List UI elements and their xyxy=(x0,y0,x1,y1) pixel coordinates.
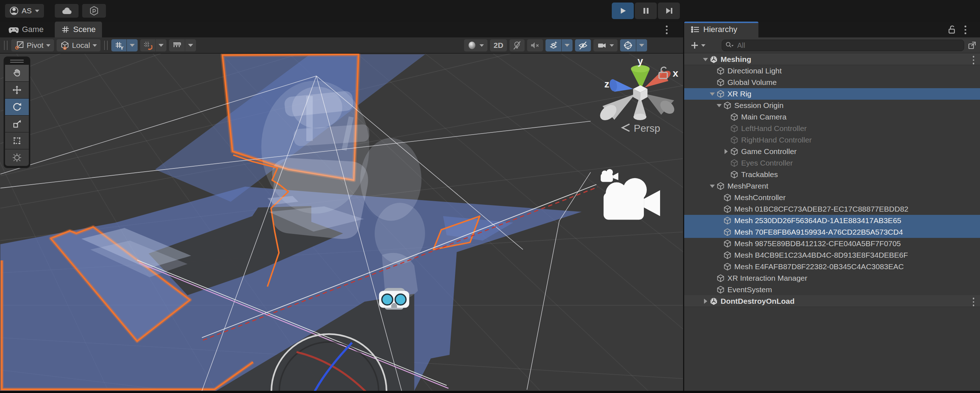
grid-visibility-toggle[interactable]: Y xyxy=(111,39,126,51)
tree-row-scene[interactable]: Meshing xyxy=(684,54,980,65)
tree-row-inactive[interactable]: LeftHand Controller xyxy=(684,123,980,134)
grid-axis-letter: Y xyxy=(120,45,124,50)
snap-increment-button[interactable] xyxy=(169,39,185,51)
tree-row[interactable]: Mesh B4CB9E1C23A4BD4C-8D913E8F34DEBE6F xyxy=(684,249,980,261)
play-button[interactable] xyxy=(612,3,634,19)
effects-dropdown[interactable] xyxy=(562,39,573,51)
tree-row[interactable]: Global Volume xyxy=(684,77,980,88)
axis-cone-gray-1[interactable] xyxy=(597,94,635,124)
main-camera-gizmo[interactable] xyxy=(603,178,660,220)
tree-row[interactable]: XR Interaction Manager xyxy=(684,273,980,284)
tree-row[interactable]: MeshParent xyxy=(684,180,980,192)
toolbar-drag-handle[interactable] xyxy=(104,41,108,50)
gameobject-cube-icon xyxy=(716,285,725,294)
tree-row-inactive[interactable]: RightHand Controller xyxy=(684,134,980,146)
view-tool-button[interactable] xyxy=(5,65,29,81)
foldout-expanded-icon[interactable] xyxy=(708,185,716,188)
pause-icon xyxy=(643,7,650,14)
tab-hierarchy[interactable]: Hierarchy xyxy=(684,22,759,37)
foldout-collapsed-icon[interactable] xyxy=(722,149,730,154)
rotate-tool-button[interactable] xyxy=(5,98,29,115)
search-input[interactable] xyxy=(737,41,961,50)
tab-scene[interactable]: Scene xyxy=(55,22,102,37)
gizmo-center-cube[interactable] xyxy=(633,85,648,101)
eye-slash-icon xyxy=(578,41,588,50)
scene-menu-button[interactable] xyxy=(973,298,975,306)
palette-drag-handle[interactable] xyxy=(10,58,24,64)
account-button[interactable]: AS xyxy=(5,4,44,17)
tree-row[interactable]: Session Origin xyxy=(684,100,980,111)
grid-options-dropdown[interactable] xyxy=(127,39,138,51)
2d-mode-toggle[interactable]: 2D xyxy=(490,39,507,51)
hidden-objects-toggle[interactable] xyxy=(575,39,591,51)
axis-cone-z[interactable] xyxy=(609,78,633,92)
chevron-down-icon xyxy=(46,44,51,47)
draw-mode-button[interactable] xyxy=(464,39,487,51)
tree-row[interactable]: Game Controller xyxy=(684,146,980,157)
gameobject-cube-icon xyxy=(716,274,725,282)
create-object-button[interactable] xyxy=(688,40,708,51)
foldout-expanded-icon[interactable] xyxy=(708,92,716,96)
cloud-services-button[interactable] xyxy=(55,4,78,17)
tool-handle-position-button[interactable]: Pivot xyxy=(11,39,54,51)
gizmos-toggle[interactable] xyxy=(620,39,636,51)
tree-row[interactable]: EventSystem xyxy=(684,284,980,295)
row-label: Mesh 70FE8FB6A9159934-A76CD22B5A573CD4 xyxy=(734,228,903,236)
tree-row[interactable]: MeshController xyxy=(684,192,980,203)
gameobject-cube-icon xyxy=(730,136,738,144)
increment-options-dropdown[interactable] xyxy=(185,39,196,51)
tree-row[interactable]: Main Camera xyxy=(684,111,980,123)
small-camera-gizmo[interactable] xyxy=(601,169,618,182)
tree-row[interactable]: Mesh E4FAFB87D8F22382-0B345C4AC3083EAC xyxy=(684,261,980,273)
tree-row[interactable]: Mesh 9875E89BDB412132-CFE040A5BF7F0705 xyxy=(684,238,980,249)
panel-unlock-icon[interactable] xyxy=(947,25,956,34)
snap-toggle[interactable] xyxy=(140,39,155,51)
row-label: Trackables xyxy=(741,170,778,179)
tree-row-selected[interactable]: XR Rig xyxy=(684,88,980,100)
step-button[interactable] xyxy=(658,3,680,19)
gizmos-dropdown[interactable] xyxy=(636,39,647,51)
pause-button[interactable] xyxy=(635,3,657,19)
tree-row[interactable]: Mesh 01BC8CFC73ADEB27-EC17C88877EBDD82 xyxy=(684,203,980,215)
row-label: EventSystem xyxy=(727,285,772,294)
toolbar-drag-handle[interactable] xyxy=(4,41,8,50)
gameobject-cube-icon xyxy=(730,124,738,133)
scene-pane-menu-button[interactable] xyxy=(666,25,668,34)
foldout-expanded-icon[interactable] xyxy=(715,104,723,107)
projection-label: Persp xyxy=(634,123,660,134)
camera-settings-button[interactable] xyxy=(593,39,617,51)
isolate-search-icon[interactable] xyxy=(967,40,977,51)
scene-lighting-toggle[interactable] xyxy=(509,39,525,51)
vr-headset-gizmo[interactable] xyxy=(379,288,409,309)
hierarchy-search[interactable] xyxy=(722,40,964,51)
axis-cone-gray-2[interactable] xyxy=(645,94,677,117)
tree-row-selected[interactable]: Mesh 70FE8FB6A9159934-A76CD22B5A573CD4 xyxy=(684,227,980,238)
foldout-collapsed-icon[interactable] xyxy=(702,299,710,304)
tree-row-selected[interactable]: Mesh 2530DD26F56364AD-1A1E883417AB3E65 xyxy=(684,215,980,227)
foldout-expanded-icon[interactable] xyxy=(702,58,710,61)
axis-y-label: y xyxy=(637,55,643,67)
scale-tool-button[interactable] xyxy=(5,116,29,132)
tree-row-dontdestroyonload[interactable]: DontDestroyOnLoad xyxy=(684,295,980,307)
scene-viewport[interactable]: y x z Persp xyxy=(0,54,683,391)
plastic-scm-button[interactable] xyxy=(82,4,106,17)
row-label: Meshing xyxy=(721,55,751,64)
move-tool-button[interactable] xyxy=(5,82,29,98)
tab-game[interactable]: Game xyxy=(2,22,50,37)
tree-row-inactive[interactable]: Eyes Controller xyxy=(684,157,980,169)
scene-menu-button[interactable] xyxy=(973,56,975,64)
snap-options-dropdown[interactable] xyxy=(156,39,167,51)
rect-tool-button[interactable] xyxy=(5,132,29,149)
projection-toggle[interactable]: Persp xyxy=(622,123,660,134)
effects-layers-icon xyxy=(548,40,558,51)
audio-mute-toggle[interactable] xyxy=(527,39,543,51)
effects-toggle[interactable] xyxy=(546,39,562,51)
tree-row[interactable]: Trackables xyxy=(684,169,980,180)
tree-row[interactable]: Directional Light xyxy=(684,65,980,77)
hierarchy-pane-menu-button[interactable] xyxy=(964,25,966,34)
tool-palette xyxy=(3,57,30,168)
orientation-gizmo[interactable]: y x z xyxy=(597,55,678,124)
tool-handle-rotation-button[interactable]: Local xyxy=(57,39,100,51)
account-label: AS xyxy=(22,6,32,15)
transform-tool-button[interactable] xyxy=(5,149,29,166)
